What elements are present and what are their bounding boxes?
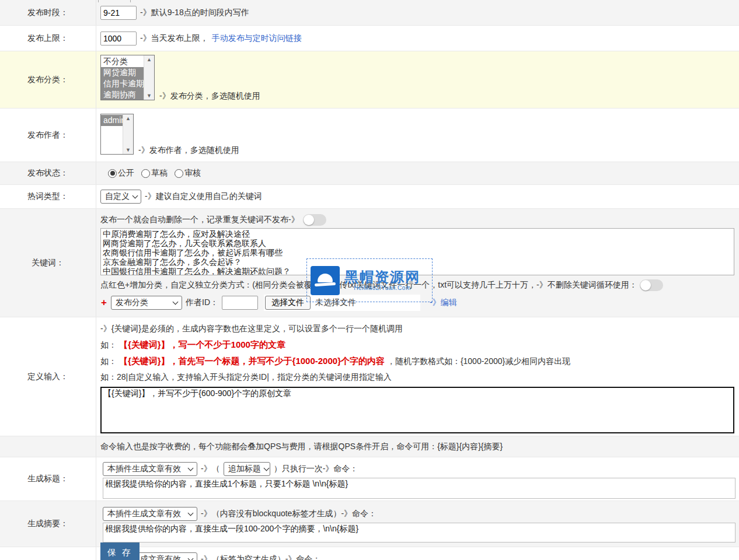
custom-input-hint: -》{关键词}是必须的，生成内容字数也在这里定义，可以设置多个一行一个随机调用: [100, 324, 739, 334]
chevron-down-icon: [188, 556, 194, 560]
radio-unchecked-icon[interactable]: [175, 169, 183, 178]
chevron-down-icon: [188, 510, 194, 516]
bottom-tail-text: -》（标签为空才生成）-》命令：: [201, 554, 320, 560]
row-generate-title: 生成标题： 本插件生成文章有效 -》（ 追加标题 ）只执行一次-》命令： 根据我…: [0, 457, 739, 501]
publish-limit-label: 发布上限：: [0, 26, 96, 51]
category-option[interactable]: 逾期协商: [101, 89, 144, 100]
publish-limit-input[interactable]: [100, 32, 137, 46]
scroll-up-icon[interactable]: ▲: [147, 57, 152, 62]
publish-author-label: 发布作者：: [0, 108, 96, 162]
chevron-down-icon: [173, 299, 179, 305]
category-option[interactable]: 网贷逾期: [101, 67, 144, 78]
publish-category-label: 发布分类：: [0, 51, 96, 108]
keywords-textarea[interactable]: 中原消费逾期了怎么办，应对及解决途径 网商贷逾期了怎么办，几天会联系紧急联系人 …: [100, 228, 734, 275]
radio-unchecked-icon[interactable]: [141, 169, 150, 178]
author-id-input[interactable]: [222, 296, 258, 310]
publish-category-hint: -》发布分类，多选随机使用: [159, 91, 260, 100]
status-radio-draft[interactable]: 草稿: [141, 168, 168, 178]
select-value: 本插件生成文章有效: [107, 464, 181, 474]
manual-publish-link[interactable]: 手动发布与定时访问链接: [212, 33, 302, 44]
generate-abstract-label: 生成摘要：: [0, 501, 96, 547]
publish-time-label: 发布时段：: [0, 0, 96, 25]
choose-file-button[interactable]: 选择文件: [265, 296, 311, 310]
empty-label: [0, 436, 96, 457]
example1-red-text: 【{关键词}】，写一个不少于1000字的文章: [119, 340, 285, 349]
publish-time-input[interactable]: [100, 6, 137, 20]
custom-input-textarea[interactable]: 【{关键词}】，并写不少于{600-900}个字的原创文章: [100, 387, 734, 433]
row-command-note: 命令输入也是按字收费的，每个功能都会叠加QPS与费用，请根据QPS条件开启，命令…: [0, 436, 739, 457]
scroll-down-icon[interactable]: ▼: [126, 147, 131, 153]
chevron-down-icon: [188, 466, 194, 471]
title-append-select[interactable]: 追加标题: [224, 462, 270, 476]
radio-label: 公开: [118, 168, 134, 178]
publish-category-multiselect[interactable]: 不分类 网贷逾期 信用卡逾期 逾期协商 ▲ ▼: [100, 55, 155, 100]
no-file-text: 未选择文件: [315, 298, 356, 308]
loop-note: -》不删除关键词循环使用：: [536, 280, 637, 290]
multiselect-scrollbar[interactable]: ▲ ▼: [144, 55, 154, 100]
scroll-down-icon[interactable]: ▼: [147, 93, 152, 99]
keyword-category-select[interactable]: 发布分类: [111, 296, 182, 310]
chevron-down-icon: [263, 466, 269, 471]
hotword-type-select[interactable]: 自定义: [100, 190, 141, 204]
publish-author-multiselect[interactable]: admin ▲ ▼: [100, 114, 134, 155]
hotword-type-hint: -》建议自定义使用自己的关键词: [145, 191, 262, 202]
author-option[interactable]: admin: [101, 115, 123, 126]
keyword-loop-toggle[interactable]: [640, 279, 663, 291]
plugin-settings-page: 发布时段： -》默认9-18点的时间段内写作 发布上限： -》当天发布上限， 手…: [0, 0, 739, 560]
category-note: 点红色+增加分类，自定义独立分类方式：(相同分类会被覆盖)，上传txt关键词文件…: [100, 280, 536, 290]
edit-keywords-link[interactable]: -》编辑: [430, 298, 457, 308]
custom-input-label: 定义输入：: [0, 317, 96, 436]
publish-time-hint: -》默认9-18点的时间段内写作: [140, 8, 249, 18]
abstract-tail-text: -》（内容没有blockquote标签才生成）-》命令：: [201, 509, 377, 519]
row-publish-category: 发布分类： 不分类 网贷逾期 信用卡逾期 逾期协商 ▲ ▼ -》发布分类，多选随…: [0, 51, 739, 108]
generate-abstract-textarea[interactable]: 根据我提供给你的内容，直接生成一段100-200个字的摘要，\n\n{标题}: [103, 523, 735, 542]
radio-checked-icon[interactable]: [108, 169, 117, 178]
keywords-label: 关键词：: [0, 209, 96, 317]
scroll-up-icon[interactable]: ▲: [126, 116, 131, 121]
empty-label: [0, 547, 96, 560]
multiselect-scrollbar[interactable]: ▲ ▼: [123, 114, 133, 154]
category-option[interactable]: 不分类: [101, 56, 144, 67]
status-radio-public[interactable]: 公开: [108, 168, 134, 178]
generate-title-label: 生成标题：: [0, 457, 96, 501]
select-value: 追加标题: [228, 464, 261, 474]
title-mid-text: -》（: [201, 464, 220, 474]
publish-author-hint: -》发布作者，多选随机使用: [138, 145, 239, 155]
publish-status-label: 发布状态：: [0, 162, 96, 184]
row-publish-limit: 发布上限： -》当天发布上限， 手动发布与定时访问链接: [0, 26, 739, 51]
row-publish-author: 发布作者： admin ▲ ▼ -》发布作者，多选随机使用: [0, 108, 739, 162]
example3-text: 如：28|自定义输入，支持输入开头指定分类ID|，指定分类的关键词使用指定输入: [100, 372, 739, 383]
example-prefix: 如：: [100, 356, 117, 366]
hotword-type-label: 热词类型：: [0, 185, 96, 208]
category-option[interactable]: 信用卡逾期: [101, 78, 144, 89]
row-custom-input: 定义输入： -》{关键词}是必须的，生成内容字数也在这里定义，可以设置多个一行一…: [0, 317, 739, 436]
radio-label: 审核: [184, 168, 201, 178]
abstract-mode-select[interactable]: 本插件生成文章有效: [103, 507, 197, 521]
example-prefix: 如：: [100, 340, 117, 349]
publish-limit-hint: -》当天发布上限，: [140, 33, 208, 44]
title-mode-select[interactable]: 本插件生成文章有效: [103, 462, 197, 476]
example2-suffix: ，随机字数格式如：{1000-2000}减少相同内容出现: [387, 356, 570, 366]
author-id-label: 作者ID：: [186, 298, 218, 308]
row-keywords: 关键词： 发布一个就会自动删除一个，记录重复关键词不发布-》 中原消费逾期了怎么…: [0, 209, 739, 317]
radio-label: 草稿: [151, 168, 168, 178]
row-generate-abstract: 生成摘要： 本插件生成文章有效 -》（内容没有blockquote标签才生成）-…: [0, 501, 739, 547]
row-publish-status: 发布状态： 公开 草稿 审核: [0, 162, 739, 185]
select-value: 发布分类: [116, 298, 148, 308]
chevron-down-icon: [133, 193, 138, 199]
example2-red-text: 【{关键词}】，首先写一个标题，并写不少于{1000-2000}个字的内容: [119, 356, 385, 366]
row-hotword-type: 热词类型： 自定义 -》建议自定义使用自己的关键词: [0, 185, 739, 209]
auto-delete-note: 发布一个就会自动删除一个，记录重复关键词不发布-》: [100, 215, 299, 225]
add-category-button[interactable]: +: [100, 297, 107, 309]
row-publish-time: 发布时段： -》默认9-18点的时间段内写作: [0, 0, 739, 26]
command-note-text: 命令输入也是按字收费的，每个功能都会叠加QPS与费用，请根据QPS条件开启，命令…: [100, 442, 503, 452]
title-tail-text: ）只执行一次-》命令：: [274, 464, 358, 474]
status-radio-review[interactable]: 审核: [175, 168, 201, 178]
auto-delete-toggle[interactable]: [303, 214, 326, 226]
select-value: 自定义: [105, 191, 130, 202]
save-button[interactable]: 保 存: [100, 542, 140, 560]
generate-title-textarea[interactable]: 根据我提供给你的内容，直接生成1个标题，只要1个标题 \n\n{标题}: [103, 478, 735, 499]
keyword-file-input[interactable]: 选择文件 未选择文件: [264, 295, 420, 311]
select-value: 本插件生成文章有效: [107, 509, 181, 519]
